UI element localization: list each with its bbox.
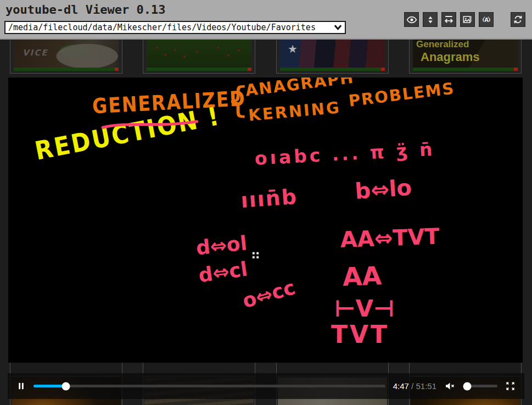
pause-button[interactable] xyxy=(16,381,26,391)
thumbnail-title-line2: Anagrams xyxy=(421,50,480,64)
seek-bar-fill xyxy=(33,385,66,387)
video-surface[interactable]: GENERALIZED { ANAGRAPH KERNING PROBLEMS … xyxy=(8,77,523,363)
antenna-icon: A xyxy=(481,14,492,25)
annotation-d-ol-swap: d⇔ol xyxy=(195,231,248,259)
annotation-b-lo-swap: b⇔lo xyxy=(354,175,412,204)
volume-muted-icon xyxy=(444,380,456,392)
watch-progress-bar xyxy=(14,68,119,71)
horizontal-resize-icon xyxy=(444,14,454,25)
thumbnail-title-line1: Generalized xyxy=(416,39,469,50)
watch-progress-bar xyxy=(280,68,385,71)
seek-bar[interactable] xyxy=(33,385,385,387)
thumbnail-mode-button[interactable] xyxy=(460,12,475,27)
current-time: 4:47 xyxy=(393,381,409,391)
thumbnail-image xyxy=(147,39,251,68)
path-select[interactable]: /media/filecloud/data/Mikescher/files/Vi… xyxy=(4,21,346,34)
thumbnail-image: VICE xyxy=(14,39,119,68)
sort-order-button[interactable] xyxy=(423,12,438,27)
annotation-d-cl-swap: d⇔cl xyxy=(197,258,249,287)
fullscreen-button[interactable] xyxy=(505,381,516,391)
app-window: youtube-dl Viewer 0.13 /media/filecloud/… xyxy=(0,0,532,405)
star-icon: ★ xyxy=(288,42,298,56)
vice-watermark: VICE xyxy=(23,48,48,58)
refresh-button[interactable] xyxy=(511,12,525,27)
refresh-icon xyxy=(513,14,523,25)
fullscreen-icon xyxy=(505,381,516,391)
annotation-anagraph: ANAGRAPH xyxy=(244,77,355,100)
eye-icon xyxy=(406,14,417,25)
annotation-aa: AA xyxy=(342,261,382,292)
image-icon xyxy=(462,14,473,25)
chevron-down-icon xyxy=(334,24,342,31)
time-display: 4:47 / 51:51 xyxy=(393,381,436,391)
player-controls-bar: 4:47 / 51:51 xyxy=(8,373,524,399)
annotation-hvh: ⊢V⊣ xyxy=(334,295,394,322)
annotation-alphabet-line: oıabc ... π ʒ̈ n̄ xyxy=(254,138,435,169)
pause-icon xyxy=(16,381,26,391)
app-header: youtube-dl Viewer 0.13 /media/filecloud/… xyxy=(0,0,532,38)
duration: 51:51 xyxy=(416,381,436,391)
stream-mode-button[interactable]: A xyxy=(479,12,494,27)
annotation-tvt: TVT xyxy=(331,320,389,348)
watch-progress-bar xyxy=(413,68,518,71)
annotation-kerning: KERNING xyxy=(248,98,341,125)
display-width-button[interactable] xyxy=(441,12,456,27)
move-cursor-icon xyxy=(252,251,259,261)
volume-slider[interactable] xyxy=(463,385,497,387)
annotation-aa-tvt-swap: AA⇔TVT xyxy=(340,224,440,252)
thumbnail-image: Generalized Anagrams xyxy=(413,39,518,68)
annotation-o-cc-swap: o⇔cc xyxy=(240,276,298,312)
watch-progress-bar xyxy=(147,68,251,71)
annotation-problems: PROBLEMS xyxy=(348,79,456,110)
visibility-button[interactable] xyxy=(404,12,419,27)
volume-handle[interactable] xyxy=(463,382,472,390)
annotation-strokes-line: ııın̄b xyxy=(240,185,298,213)
thumbnail-image: ★ xyxy=(280,39,385,68)
mute-button[interactable] xyxy=(444,380,456,392)
path-select-value: /media/filecloud/data/Mikescher/files/Vi… xyxy=(8,23,316,32)
time-separator: / xyxy=(409,381,416,391)
seek-handle[interactable] xyxy=(61,382,70,390)
sort-arrows-icon xyxy=(425,15,435,25)
app-title: youtube-dl Viewer 0.13 xyxy=(5,3,165,16)
